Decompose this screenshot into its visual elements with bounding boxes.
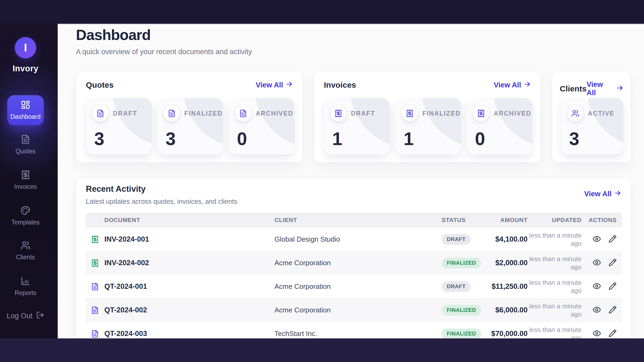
stat-value: 1 — [332, 128, 342, 149]
client-name: Acme Corporation — [275, 282, 442, 291]
view-button[interactable] — [592, 235, 601, 244]
quote-file-icon — [91, 283, 104, 291]
receipt-icon — [331, 106, 346, 121]
stat-label: DRAFT — [113, 110, 137, 117]
quote-file-icon — [91, 306, 104, 314]
recent-activity-card: Recent Activity Latest updates across qu… — [76, 178, 631, 338]
table-row[interactable]: INV-2024-001 Global Design Studio DRAFT … — [86, 228, 622, 251]
users-icon — [21, 241, 30, 251]
edit-button[interactable] — [609, 258, 617, 267]
document-id: INV-2024-002 — [104, 259, 275, 267]
pencil-icon — [609, 329, 617, 338]
users-icon — [568, 106, 583, 121]
arrow-right-icon — [616, 84, 623, 93]
edit-button[interactable] — [609, 282, 617, 291]
recent-activity-table: DOCUMENT CLIENT STATUS AMOUNT UPDATED AC… — [86, 213, 622, 338]
quote-file-icon — [91, 330, 104, 338]
activity-view-all-link[interactable]: View All — [584, 190, 621, 198]
status-badge: FINALIZED — [442, 258, 481, 268]
client-name: Acme Corporation — [275, 259, 442, 267]
stat-label: ARCHIVED — [494, 110, 531, 117]
amount: $4,100.00 — [490, 235, 528, 243]
edit-button[interactable] — [609, 329, 617, 338]
status-badge: DRAFT — [442, 281, 471, 292]
receipt-icon — [21, 170, 30, 181]
layout-dashboard-icon — [21, 100, 30, 111]
view-button[interactable] — [592, 329, 601, 338]
clients-summary-card: Clients View All ACTIVE 3 — [552, 72, 631, 163]
stat-tile-quotes-draft: DRAFT 3 — [86, 98, 152, 154]
recent-activity-title: Recent Activity — [86, 184, 146, 194]
page-subtitle: A quick overview of your recent document… — [76, 48, 252, 56]
stat-label: FINALIZED — [184, 110, 223, 117]
card-title: Invoices — [324, 80, 356, 90]
view-button[interactable] — [592, 282, 601, 291]
invoices-view-all-link[interactable]: View All — [494, 81, 531, 90]
arrow-right-icon — [524, 81, 531, 90]
col-actions: ACTIONS — [581, 217, 617, 224]
updated-time: less than a minute ago — [528, 255, 581, 271]
view-all-label: View All — [587, 80, 614, 97]
eye-icon — [592, 258, 601, 268]
status-badge: DRAFT — [442, 234, 471, 245]
logo-circle: I — [15, 37, 36, 58]
invoices-summary-card: Invoices View All DRAFT 1 F — [314, 72, 541, 163]
pencil-icon — [609, 282, 617, 291]
eye-icon — [592, 305, 601, 315]
updated-time: less than a minute ago — [528, 302, 581, 318]
amount: $6,000.00 — [490, 306, 528, 314]
stat-value: 1 — [404, 128, 414, 149]
edit-button[interactable] — [609, 235, 617, 244]
view-all-label: View All — [256, 81, 283, 89]
table-row[interactable]: QT-2024-003 TechStart Inc. FINALIZED $70… — [86, 322, 622, 338]
sidebar-item-quotes[interactable]: Quotes — [0, 135, 51, 155]
stat-value: 3 — [569, 128, 579, 149]
stat-tile-invoices-archived: ARCHIVED 0 — [467, 98, 532, 154]
view-button[interactable] — [592, 305, 601, 315]
view-button[interactable] — [592, 258, 601, 268]
quotes-view-all-link[interactable]: View All — [256, 81, 293, 90]
palette-icon — [21, 206, 30, 216]
summary-cards-row: Quotes View All DRAFT 3 FIN — [76, 72, 631, 163]
document-id: QT-2024-002 — [104, 306, 275, 314]
client-name: Acme Corporation — [275, 306, 442, 314]
stat-value: 3 — [94, 128, 104, 149]
pencil-icon — [609, 258, 617, 267]
sidebar-item-label: Clients — [16, 254, 35, 261]
logout-label: Log Out — [7, 312, 32, 320]
file-text-icon — [21, 135, 30, 145]
app-logo: I — [0, 37, 51, 58]
recent-activity-subtitle: Latest updates across quotes, invoices, … — [86, 198, 237, 205]
logo-letter: I — [24, 41, 27, 54]
sidebar-item-clients[interactable]: Clients — [0, 241, 51, 261]
sidebar-item-reports[interactable]: Reports — [0, 276, 51, 297]
edit-button[interactable] — [609, 306, 617, 315]
stat-tile-clients-active: ACTIVE 3 — [561, 98, 623, 154]
col-client: CLIENT — [275, 217, 442, 224]
card-title: Quotes — [86, 80, 114, 90]
eye-icon — [592, 235, 601, 244]
eye-icon — [592, 329, 601, 338]
pencil-icon — [609, 235, 617, 244]
clients-view-all-link[interactable]: View All — [587, 80, 623, 97]
status-badge: FINALIZED — [442, 305, 481, 316]
logout-button[interactable]: Log Out — [0, 311, 51, 321]
pencil-icon — [609, 306, 617, 315]
stat-label: ACTIVE — [588, 110, 614, 117]
amount: $2,000.00 — [490, 259, 528, 267]
sidebar-item-dashboard[interactable]: Dashboard — [7, 95, 44, 125]
bar-chart-icon — [21, 276, 30, 287]
sidebar: I Invory Dashboard Quotes Invoices — [0, 24, 58, 338]
card-title: Clients — [560, 84, 587, 93]
table-row[interactable]: QT-2024-001 Acme Corporation DRAFT $11,2… — [86, 275, 622, 298]
sidebar-item-templates[interactable]: Templates — [0, 206, 51, 226]
view-all-label: View All — [584, 190, 612, 198]
sidebar-item-invoices[interactable]: Invoices — [0, 170, 51, 190]
document-id: QT-2024-003 — [104, 330, 275, 338]
brand-name: Invory — [13, 64, 38, 73]
log-out-icon — [36, 311, 44, 321]
stat-tile-quotes-finalized: FINALIZED 3 — [158, 98, 223, 154]
table-row[interactable]: QT-2024-002 Acme Corporation FINALIZED $… — [86, 298, 622, 322]
table-row[interactable]: INV-2024-002 Acme Corporation FINALIZED … — [86, 251, 622, 275]
stat-tile-invoices-draft: DRAFT 1 — [324, 98, 390, 154]
